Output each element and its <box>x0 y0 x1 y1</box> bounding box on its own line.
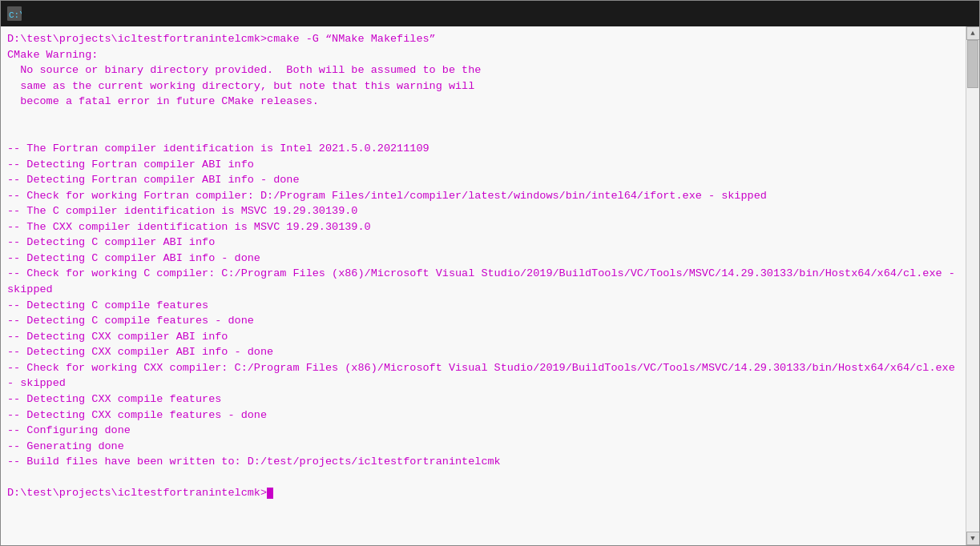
window-controls <box>862 1 973 26</box>
terminal-window: C:\ D:\test\projects\icltestfortranintel… <box>0 0 980 546</box>
scroll-down-button[interactable]: ▼ <box>966 532 980 545</box>
close-button[interactable] <box>936 1 973 26</box>
title-bar: C:\ <box>1 1 979 26</box>
scrollbar-thumb[interactable] <box>967 40 978 88</box>
svg-text:C:\: C:\ <box>9 10 22 20</box>
scrollbar-track <box>966 40 979 532</box>
console-body: D:\test\projects\icltestfortranintelcmk>… <box>1 26 979 545</box>
scroll-up-button[interactable]: ▲ <box>966 26 980 40</box>
minimize-button[interactable] <box>862 1 899 26</box>
scrollbar[interactable]: ▲ ▼ <box>966 26 979 545</box>
maximize-button[interactable] <box>899 1 936 26</box>
console-output[interactable]: D:\test\projects\icltestfortranintelcmk>… <box>1 26 966 545</box>
cmd-icon: C:\ <box>7 6 22 21</box>
